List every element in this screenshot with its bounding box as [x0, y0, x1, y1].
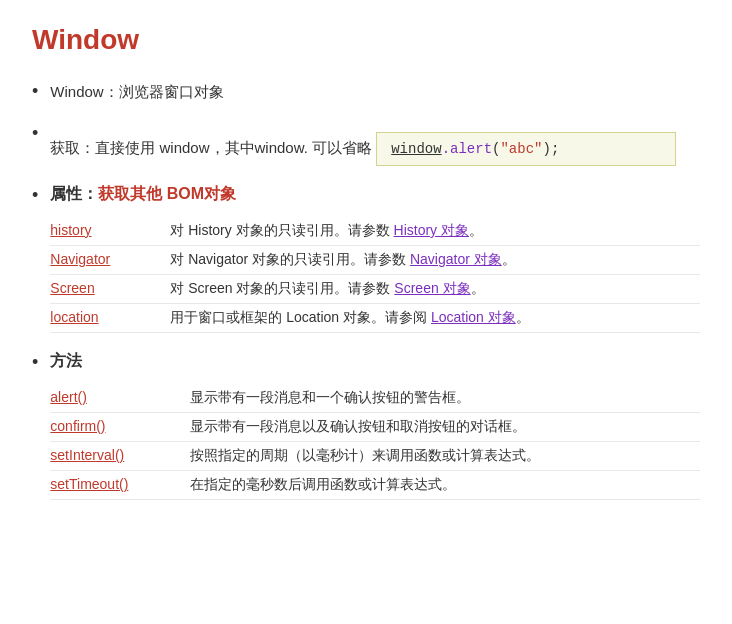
- access-text: 获取：直接使用 window，其中window. 可以省略: [50, 139, 376, 156]
- history-link[interactable]: History 对象: [394, 222, 469, 238]
- section-methods: • 方法 alert() 显示带有一段消息和一个确认按钮的警告框。 confir…: [32, 351, 700, 500]
- prop-name-navigator[interactable]: Navigator: [50, 246, 170, 275]
- bullet-access: •: [32, 123, 38, 144]
- page-title: Window: [32, 24, 700, 56]
- methods-table: alert() 显示带有一段消息和一个确认按钮的警告框。 confirm() 显…: [50, 384, 700, 500]
- location-link[interactable]: Location 对象: [431, 309, 516, 325]
- method-name-confirm[interactable]: confirm(): [50, 413, 190, 442]
- bullet-intro: •: [32, 81, 38, 102]
- intro-content: Window：浏览器窗口对象: [50, 80, 700, 104]
- method-desc-confirm: 显示带有一段消息以及确认按钮和取消按钮的对话框。: [190, 413, 700, 442]
- methods-heading: 方法: [50, 352, 82, 369]
- bullet-methods: •: [32, 352, 38, 373]
- table-row: alert() 显示带有一段消息和一个确认按钮的警告框。: [50, 384, 700, 413]
- method-name-alert[interactable]: alert(): [50, 384, 190, 413]
- bullet-properties: •: [32, 185, 38, 206]
- method-desc-alert: 显示带有一段消息和一个确认按钮的警告框。: [190, 384, 700, 413]
- intro-label: Window：浏览器窗口对象: [50, 83, 223, 100]
- section-access: • 获取：直接使用 window，其中window. 可以省略 window.a…: [32, 122, 700, 166]
- table-row: location 用于窗口或框架的 Location 对象。请参阅 Locati…: [50, 304, 700, 333]
- properties-table: history 对 History 对象的只读引用。请参数 History 对象…: [50, 217, 700, 333]
- section-properties: • 属性：获取其他 BOM对象 history 对 History 对象的只读引…: [32, 184, 700, 333]
- intro-text: Window：浏览器窗口对象: [50, 83, 223, 100]
- code-block: window.alert("abc");: [376, 132, 676, 166]
- properties-content: 属性：获取其他 BOM对象 history 对 History 对象的只读引用。…: [50, 184, 700, 333]
- prop-name-location[interactable]: location: [50, 304, 170, 333]
- navigator-link[interactable]: Navigator 对象: [410, 251, 502, 267]
- prop-name-history[interactable]: history: [50, 217, 170, 246]
- prop-desc-screen: 对 Screen 对象的只读引用。请参数 Screen 对象。: [170, 275, 700, 304]
- table-row: setTimeout() 在指定的毫秒数后调用函数或计算表达式。: [50, 471, 700, 500]
- table-row: Screen 对 Screen 对象的只读引用。请参数 Screen 对象。: [50, 275, 700, 304]
- code-close: );: [542, 141, 559, 157]
- method-name-setinterval[interactable]: setInterval(): [50, 442, 190, 471]
- content-list: • Window：浏览器窗口对象 • 获取：直接使用 window，其中wind…: [32, 80, 700, 500]
- table-row: setInterval() 按照指定的周期（以毫秒计）来调用函数或计算表达式。: [50, 442, 700, 471]
- screen-link[interactable]: Screen 对象: [394, 280, 470, 296]
- table-row: history 对 History 对象的只读引用。请参数 History 对象…: [50, 217, 700, 246]
- code-method: .alert: [442, 141, 492, 157]
- code-object: window: [391, 141, 441, 157]
- method-name-settimeout[interactable]: setTimeout(): [50, 471, 190, 500]
- methods-content: 方法 alert() 显示带有一段消息和一个确认按钮的警告框。 confirm(…: [50, 351, 700, 500]
- prop-desc-location: 用于窗口或框架的 Location 对象。请参阅 Location 对象。: [170, 304, 700, 333]
- section-intro: • Window：浏览器窗口对象: [32, 80, 700, 104]
- method-desc-setinterval: 按照指定的周期（以毫秒计）来调用函数或计算表达式。: [190, 442, 700, 471]
- prop-name-screen[interactable]: Screen: [50, 275, 170, 304]
- properties-heading-red: 获取其他 BOM对象: [98, 185, 236, 202]
- table-row: Navigator 对 Navigator 对象的只读引用。请参数 Naviga…: [50, 246, 700, 275]
- table-row: confirm() 显示带有一段消息以及确认按钮和取消按钮的对话框。: [50, 413, 700, 442]
- prop-desc-navigator: 对 Navigator 对象的只读引用。请参数 Navigator 对象。: [170, 246, 700, 275]
- prop-desc-history: 对 History 对象的只读引用。请参数 History 对象。: [170, 217, 700, 246]
- code-string: "abc": [500, 141, 542, 157]
- properties-heading: 属性：获取其他 BOM对象: [50, 185, 236, 202]
- access-content: 获取：直接使用 window，其中window. 可以省略 window.ale…: [50, 122, 700, 166]
- method-desc-settimeout: 在指定的毫秒数后调用函数或计算表达式。: [190, 471, 700, 500]
